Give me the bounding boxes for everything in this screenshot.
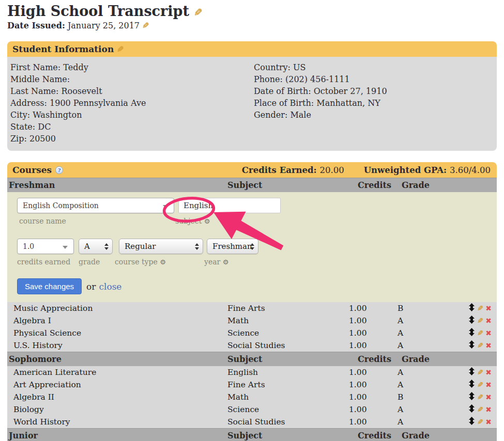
student-gender: Gender: Male — [254, 109, 494, 121]
table-row: Physical Science Science 1.00 A ✎✖ — [7, 327, 497, 339]
student-city: City: Washington — [10, 109, 254, 121]
course-type-select[interactable]: Regular — [119, 239, 203, 254]
delete-row-icon[interactable]: ✖ — [485, 304, 492, 312]
student-dob: Date of Birth: October 27, 1910 — [254, 85, 494, 97]
edit-row-pencil-icon[interactable]: ✎ — [477, 368, 483, 376]
move-row-icon[interactable] — [469, 328, 475, 338]
credits-earned-stat: Credits Earned: 20.00 — [242, 165, 344, 175]
credits-earned-dropdown-value: 1.0 — [23, 242, 34, 250]
delete-row-icon[interactable]: ✖ — [485, 317, 492, 325]
course-subject: Math — [219, 316, 341, 325]
edit-student-info-pencil-icon[interactable]: ✎ — [117, 44, 124, 54]
student-info-right-column: Country: US Phone: (202) 456-1111 Date o… — [254, 61, 494, 145]
gpa-value: 3.60/4.00 — [450, 165, 491, 175]
section-name: Sophomore — [7, 354, 219, 364]
move-row-icon[interactable] — [469, 340, 475, 351]
course-grade: A — [392, 405, 454, 414]
edit-row-pencil-icon[interactable]: ✎ — [477, 317, 483, 325]
credits-earned-label: Credits Earned: — [242, 165, 317, 175]
date-issued-label: Date Issued: — [7, 21, 65, 30]
gpa-stat: Unweighted GPA: 3.60/4.00 — [364, 165, 491, 175]
courses-card: Courses ? Credits Earned: 20.00 Unweight… — [7, 162, 497, 441]
grade-select[interactable]: A — [79, 239, 113, 254]
edit-row-pencil-icon[interactable]: ✎ — [477, 341, 483, 350]
student-info-card: Student Information ✎ First Name: Teddy … — [7, 41, 497, 151]
course-credits: 1.00 — [341, 368, 392, 377]
help-icon[interactable]: ? — [55, 166, 63, 174]
move-row-icon[interactable] — [469, 404, 475, 415]
subject-input[interactable] — [178, 198, 281, 213]
student-address: Address: 1900 Pennsylvania Ave — [10, 97, 254, 109]
delete-row-icon[interactable]: ✖ — [485, 341, 492, 350]
delete-row-icon[interactable]: ✖ — [485, 405, 492, 414]
column-header-credits: Credits — [341, 431, 392, 440]
edit-date-pencil-icon[interactable]: ✎ — [142, 21, 149, 30]
credits-earned-field-label: credits earned — [17, 258, 74, 266]
save-changes-button[interactable]: Save changes — [17, 278, 82, 294]
edit-row-pencil-icon[interactable]: ✎ — [477, 393, 483, 401]
course-name-dropdown[interactable]: English Composition — [17, 198, 174, 213]
section-header-junior: Junior Subject Credits Grade — [7, 428, 497, 441]
column-header-credits: Credits — [341, 180, 392, 190]
delete-row-icon[interactable]: ✖ — [485, 381, 492, 389]
course-credits: 1.00 — [341, 316, 392, 325]
course-subject: English — [219, 368, 341, 377]
course-type-field-label: course type ⚙ — [115, 258, 203, 266]
course-grade: A — [392, 316, 454, 325]
up-down-carets-icon — [195, 243, 199, 250]
column-header-subject: Subject — [219, 180, 341, 190]
column-header-subject: Subject — [219, 354, 341, 364]
credits-earned-dropdown[interactable]: 1.0 — [17, 239, 74, 254]
move-row-icon[interactable] — [469, 303, 475, 313]
move-row-icon[interactable] — [469, 417, 475, 427]
table-row: Music Appreciation Fine Arts 1.00 B ✎✖ — [7, 302, 497, 314]
chevron-down-icon — [63, 246, 68, 249]
move-row-icon[interactable] — [469, 316, 475, 326]
course-credits: 1.00 — [341, 328, 392, 338]
page-title-text: High School Transcript — [7, 3, 189, 19]
section-name: Junior — [7, 431, 219, 440]
course-credits: 1.00 — [341, 380, 392, 389]
table-row: U.S. History Social Studies 1.00 A ✎✖ — [7, 339, 497, 352]
course-subject: Science — [219, 328, 341, 338]
student-phone: Phone: (202) 456-1111 — [254, 73, 494, 85]
course-name-dropdown-value: English Composition — [23, 201, 99, 210]
section-name: Freshman — [7, 180, 219, 190]
table-row: Biology Science 1.00 A ✎✖ — [7, 403, 497, 416]
course-type-gear-icon[interactable]: ⚙ — [160, 258, 166, 266]
edit-title-pencil-icon[interactable]: ✎ — [194, 6, 203, 19]
subject-gear-icon[interactable]: ⚙ — [204, 217, 210, 225]
course-credits: 1.00 — [341, 405, 392, 414]
edit-row-pencil-icon[interactable]: ✎ — [477, 418, 483, 426]
date-issued-value: January 25, 2017 — [68, 21, 140, 30]
delete-row-icon[interactable]: ✖ — [485, 329, 492, 337]
move-row-icon[interactable] — [469, 380, 475, 390]
edit-row-pencil-icon[interactable]: ✎ — [477, 329, 483, 337]
edit-row-pencil-icon[interactable]: ✎ — [477, 381, 483, 389]
course-subject: Fine Arts — [219, 380, 341, 389]
delete-row-icon[interactable]: ✖ — [485, 418, 492, 426]
course-subject: Social Studies — [219, 341, 341, 350]
close-link[interactable]: close — [99, 281, 121, 292]
move-row-icon[interactable] — [469, 392, 475, 402]
course-grade: B — [392, 392, 454, 402]
year-gear-icon[interactable]: ⚙ — [223, 258, 229, 266]
student-info-header: Student Information ✎ — [7, 41, 497, 57]
column-header-subject: Subject — [219, 431, 341, 440]
course-subject: Science — [219, 405, 341, 414]
edit-row-pencil-icon[interactable]: ✎ — [477, 405, 483, 414]
course-grade: B — [392, 304, 454, 313]
student-info-body: First Name: Teddy Middle Name: Last Name… — [7, 57, 497, 151]
year-select[interactable]: Freshman — [207, 239, 258, 254]
course-name: Algebra I — [7, 316, 219, 325]
course-type-field-label-text: course type — [115, 258, 158, 266]
edit-row-pencil-icon[interactable]: ✎ — [477, 304, 483, 312]
delete-row-icon[interactable]: ✖ — [485, 368, 492, 376]
gpa-label: Unweighted GPA: — [364, 165, 447, 175]
move-row-icon[interactable] — [469, 367, 475, 377]
year-select-value: Freshman — [212, 242, 252, 251]
student-state: State: DC — [10, 121, 254, 133]
grade-field-label: grade — [79, 258, 113, 266]
delete-row-icon[interactable]: ✖ — [485, 393, 492, 401]
grade-select-value: A — [84, 242, 90, 251]
